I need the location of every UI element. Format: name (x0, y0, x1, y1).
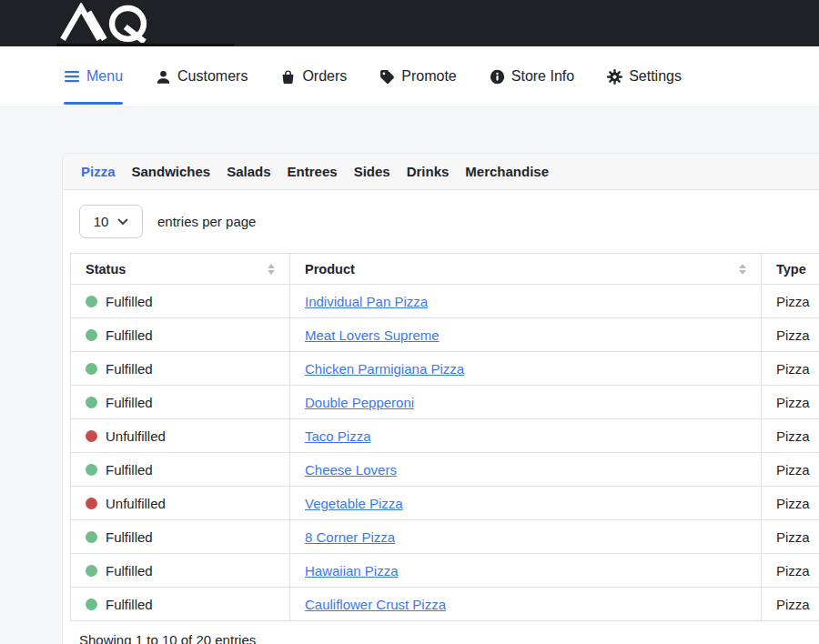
product-link[interactable]: Double Pepperoni (305, 395, 414, 410)
tab-sandwiches[interactable]: Sandwiches (132, 164, 211, 179)
type-cell: Pizza (762, 352, 819, 386)
product-link[interactable]: Individual Pan Pizza (305, 294, 428, 309)
type-cell: Pizza (762, 419, 819, 453)
user-icon (156, 69, 171, 85)
nav-item-label: Store Info (511, 68, 574, 85)
status-dot-icon (86, 430, 97, 442)
type-cell: Pizza (762, 386, 819, 419)
status-label: Unfulfilled (106, 428, 166, 444)
tab-label: Merchandise (465, 164, 549, 179)
table-row: Fulfilled Cheese Lovers Pizza (71, 453, 819, 487)
table-row: Fulfilled Meat Lovers Supreme Pizza (71, 318, 819, 352)
type-cell: Pizza (762, 520, 819, 554)
status-dot-icon (86, 464, 97, 476)
tab-merchandise[interactable]: Merchandise (465, 164, 549, 179)
table-row: Fulfilled 8 Corner Pizza Pizza (71, 520, 819, 554)
product-link[interactable]: Chicken Parmigiana Pizza (305, 361, 464, 377)
product-link[interactable]: Vegetable Pizza (305, 496, 403, 511)
nav-item-promote[interactable]: Promote (379, 46, 456, 106)
type-cell: Pizza (762, 453, 819, 487)
chevron-down-icon (117, 218, 128, 226)
tab-label: Sandwiches (132, 164, 211, 179)
nav-item-label: Settings (629, 68, 682, 85)
nav-item-label: Customers (177, 68, 248, 85)
tab-sides[interactable]: Sides (354, 164, 390, 179)
status-dot-icon (86, 531, 97, 543)
aiq-logo-icon (56, 3, 159, 43)
product-link[interactable]: Cheese Lovers (305, 462, 397, 478)
tab-label: Pizza (81, 164, 116, 179)
table-row: Unfulfilled Vegetable Pizza Pizza (71, 487, 819, 520)
aiq-logo (56, 3, 159, 46)
status-dot-icon (86, 498, 97, 509)
status-label: Unfulfilled (106, 496, 166, 511)
table-row: Fulfilled Double Pepperoni Pizza (71, 386, 819, 419)
status-dot-icon (86, 363, 97, 375)
nav-item-store-info[interactable]: Store Info (490, 46, 574, 106)
tab-drinks[interactable]: Drinks (407, 164, 450, 179)
product-link[interactable]: Meat Lovers Supreme (305, 327, 440, 343)
tab-entrees[interactable]: Entrees (288, 164, 338, 179)
column-header-status[interactable]: Status (71, 254, 290, 285)
hamburger-icon (64, 69, 80, 84)
status-dot-icon (86, 397, 97, 408)
tab-pizza[interactable]: Pizza (81, 164, 116, 179)
product-link[interactable]: Taco Pizza (305, 428, 371, 444)
product-link[interactable]: 8 Corner Pizza (305, 529, 395, 545)
nav-item-customers[interactable]: Customers (156, 46, 248, 106)
nav-item-orders[interactable]: Orders (280, 46, 347, 106)
status-label: Fulfilled (106, 529, 153, 545)
column-header-product[interactable]: Product (290, 254, 762, 285)
tab-salads[interactable]: Salads (227, 164, 270, 179)
sort-icon[interactable] (268, 264, 275, 275)
info-icon (490, 69, 505, 85)
tab-label: Entrees (288, 164, 338, 179)
nav-item-label: Promote (401, 68, 456, 85)
column-header-label: Status (86, 262, 126, 277)
table-summary: Showing 1 to 10 of 20 entries (77, 632, 819, 644)
type-cell: Pizza (762, 554, 819, 588)
tag-icon (379, 69, 395, 85)
table-row: Fulfilled Cauliflower Crust Pizza Pizza (71, 588, 819, 621)
gear-icon (607, 69, 622, 85)
column-header-label: Product (305, 262, 355, 277)
type-cell: Pizza (762, 588, 819, 621)
status-dot-icon (86, 599, 97, 610)
entries-per-page-select[interactable]: 10 (79, 205, 143, 238)
table-body: Fulfilled Individual Pan Pizza Pizza Ful… (71, 285, 819, 621)
tab-label: Salads (227, 164, 270, 179)
table-header-row: Status Product Type (71, 254, 819, 285)
category-tabs: Pizza Sandwiches Salads Entrees Sides Dr… (63, 154, 819, 190)
entries-row: 10 entries per page (77, 205, 819, 238)
status-label: Fulfilled (106, 327, 153, 343)
status-dot-icon (86, 329, 97, 341)
status-label: Fulfilled (106, 597, 153, 612)
table-row: Unfulfilled Taco Pizza Pizza (71, 419, 819, 453)
nav-item-settings[interactable]: Settings (607, 46, 682, 106)
navbar: Menu Customers Orders Promote Store Info… (0, 46, 819, 107)
top-black-bar (0, 0, 819, 46)
menu-card: Pizza Sandwiches Salads Entrees Sides Dr… (62, 153, 819, 644)
status-label: Fulfilled (106, 563, 153, 579)
products-table: Status Product Type Fulfilled Individual… (70, 253, 819, 621)
status-dot-icon (86, 296, 97, 307)
bag-icon (280, 69, 296, 85)
status-dot-icon (86, 565, 97, 577)
product-link[interactable]: Cauliflower Crust Pizza (305, 597, 446, 612)
product-link[interactable]: Hawaiian Pizza (305, 563, 399, 579)
column-header-label: Type (776, 262, 806, 277)
nav-item-menu[interactable]: Menu (64, 46, 123, 106)
nav-item-label: Orders (302, 68, 347, 85)
type-cell: Pizza (762, 318, 819, 352)
tab-label: Drinks (407, 164, 450, 179)
card-body: 10 entries per page Status Product Type (63, 190, 819, 644)
sort-icon[interactable] (739, 264, 746, 275)
table-row: Fulfilled Individual Pan Pizza Pizza (71, 285, 819, 318)
nav-item-label: Menu (86, 68, 123, 85)
tab-label: Sides (354, 164, 390, 179)
type-cell: Pizza (762, 285, 819, 318)
status-label: Fulfilled (106, 395, 153, 410)
entries-per-page-value: 10 (94, 214, 109, 229)
entries-per-page-label: entries per page (157, 214, 256, 229)
column-header-type[interactable]: Type (762, 254, 819, 285)
